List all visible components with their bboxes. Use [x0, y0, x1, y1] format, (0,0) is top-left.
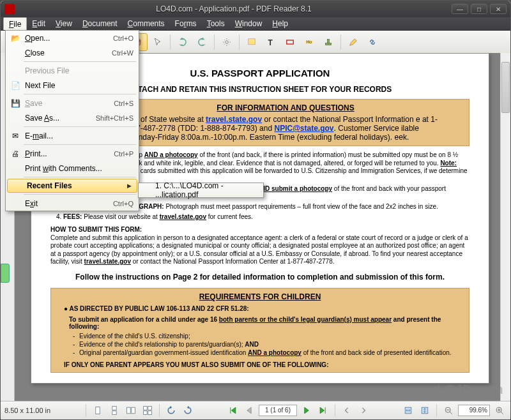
svg-text:T: T — [268, 38, 273, 47]
separator — [239, 34, 240, 50]
menu-comments[interactable]: Comments — [123, 17, 170, 30]
last-page-icon[interactable] — [316, 403, 330, 417]
scrollbar-thumb[interactable] — [501, 62, 510, 113]
text-tool-icon[interactable]: T — [262, 33, 280, 51]
menu-print[interactable]: 🖨Print...Ctrl+P — [6, 146, 139, 161]
link-travel-state[interactable]: travel.state.gov — [206, 115, 262, 124]
info-heading: FOR INFORMATION AND QUESTIONS — [128, 103, 443, 112]
single-page-icon[interactable] — [91, 403, 105, 417]
svg-rect-15 — [326, 43, 332, 45]
menu-previous-file: Previous File — [6, 63, 139, 78]
rotate-right-icon[interactable] — [181, 403, 195, 417]
maximize-button[interactable]: □ — [471, 4, 487, 14]
svg-rect-22 — [144, 407, 148, 410]
vertical-scrollbar[interactable] — [500, 53, 510, 401]
menu-save-as[interactable]: Save As...Shift+Ctrl+S — [6, 110, 139, 125]
first-page-icon[interactable] — [225, 403, 240, 417]
info-body: ent of State website at travel.state.gov… — [128, 115, 443, 142]
facing-continuous-icon[interactable] — [141, 403, 155, 417]
prev-page-icon[interactable] — [242, 403, 256, 417]
back-view-icon[interactable] — [340, 403, 354, 417]
separator — [170, 34, 171, 50]
svg-rect-18 — [112, 407, 116, 410]
list-item: Evidence of the child's U.S. citizenship… — [73, 333, 460, 340]
svg-rect-19 — [112, 411, 116, 415]
stamp-icon[interactable] — [319, 33, 337, 51]
forward-view-icon[interactable] — [356, 403, 370, 417]
svg-rect-20 — [127, 407, 131, 414]
menu-email[interactable]: ✉E-mail... — [6, 128, 139, 143]
menu-document[interactable]: Document — [77, 17, 123, 30]
note-icon[interactable] — [243, 33, 261, 51]
page-number-input[interactable]: 1 (1 of 6) — [259, 405, 297, 416]
file-menu-dropdown: 📂Open...Ctrl+O CloseCtrl+W Previous File… — [5, 30, 139, 211]
link-npic-email[interactable]: NPIC@state.gov — [274, 124, 333, 133]
menu-help[interactable]: Help — [267, 17, 293, 30]
titlebar: LO4D.com - Application.pdf - PDF Reader … — [1, 1, 510, 17]
separator — [214, 34, 215, 50]
cut-line: IF ONLY ONE PARENT APPEARS YOU MUST ALSO… — [64, 361, 460, 368]
link-icon[interactable] — [363, 33, 381, 51]
svg-rect-23 — [148, 407, 152, 410]
close-button[interactable]: ✕ — [490, 4, 507, 14]
svg-rect-21 — [132, 407, 135, 414]
menu-next-file[interactable]: 📄Next File — [6, 78, 139, 93]
howto-body: Complete and submit this application in … — [50, 234, 469, 266]
menu-close[interactable]: CloseCtrl+W — [6, 45, 139, 60]
redo-icon[interactable] — [193, 33, 211, 51]
menu-tools[interactable]: Tools — [202, 17, 230, 30]
menu-recent-files[interactable]: Recent Files▶ — [7, 179, 137, 193]
zoom-in-icon[interactable] — [492, 403, 507, 417]
follow-instructions: Follow the instructions on Page 2 for de… — [50, 273, 469, 281]
continuous-page-icon[interactable] — [107, 403, 121, 417]
svg-point-9 — [225, 40, 229, 43]
shape-tool-icon[interactable] — [281, 33, 299, 51]
svg-rect-25 — [148, 411, 152, 415]
zoom-level[interactable]: 99.6% — [458, 405, 490, 416]
howto-heading: HOW TO SUBMIT THIS FORM: — [50, 226, 142, 233]
svg-text:Ho: Ho — [307, 40, 312, 44]
list-item: FEES: Please visit our website at travel… — [63, 213, 469, 221]
fit-width-icon[interactable] — [401, 403, 415, 417]
highlight-icon[interactable]: Ho — [300, 33, 318, 51]
mail-icon: ✉ — [8, 131, 22, 140]
recent-files-submenu[interactable]: 1. C:\...\LO4D.com - ...lication.pdf — [138, 183, 264, 198]
menu-view[interactable]: View — [50, 17, 77, 30]
settings-icon[interactable] — [218, 33, 236, 51]
list-item: Original parental/guardian government-is… — [73, 349, 460, 356]
next-page-icon[interactable] — [300, 403, 314, 417]
statusbar: 8.50 x 11.00 in 1 (1 of 6) 99.6% — [1, 401, 510, 419]
svg-rect-24 — [144, 411, 148, 415]
menu-open[interactable]: 📂Open...Ctrl+O — [6, 31, 139, 45]
minimize-button[interactable]: — — [452, 4, 468, 14]
recent-file-item[interactable]: 1. C:\...\LO4D.com - ...lication.pdf — [155, 181, 258, 199]
menu-file[interactable]: File — [3, 17, 27, 30]
req-heading: REQUIREMENTS FOR CHILDREN — [60, 292, 460, 301]
svg-rect-17 — [96, 407, 100, 414]
app-icon — [4, 4, 15, 14]
rotate-left-icon[interactable] — [164, 403, 178, 417]
menu-forms[interactable]: Forms — [170, 17, 202, 30]
menu-edit[interactable]: Edit — [27, 17, 50, 30]
window-title: LO4D.com - Application.pdf - PDF Reader … — [19, 4, 449, 13]
menu-exit[interactable]: ExitCtrl+Q — [6, 196, 139, 211]
bookmark-tab[interactable] — [1, 264, 10, 283]
menu-window[interactable]: Window — [230, 17, 268, 30]
folder-open-icon: 📂 — [8, 34, 22, 43]
fit-page-icon[interactable] — [418, 403, 432, 417]
print-icon: 🖨 — [8, 149, 22, 158]
requirements-box: REQUIREMENTS FOR CHILDREN ● AS DIRECTED … — [50, 288, 469, 373]
pencil-icon[interactable] — [344, 33, 362, 51]
zoom-out-icon[interactable] — [441, 403, 455, 417]
select-tool-icon[interactable] — [149, 33, 167, 51]
svg-rect-10 — [248, 38, 256, 44]
save-icon: 💾 — [8, 99, 22, 108]
facing-page-icon[interactable] — [124, 403, 138, 417]
undo-icon[interactable] — [174, 33, 192, 51]
page-dimensions: 8.50 x 11.00 in — [4, 407, 81, 414]
menu-save: 💾SaveCtrl+S — [6, 96, 139, 110]
chevron-right-icon: ▶ — [127, 183, 132, 189]
separator — [340, 34, 341, 50]
svg-rect-12 — [287, 40, 294, 44]
menu-print-comments[interactable]: Print with Comments... — [6, 161, 139, 176]
